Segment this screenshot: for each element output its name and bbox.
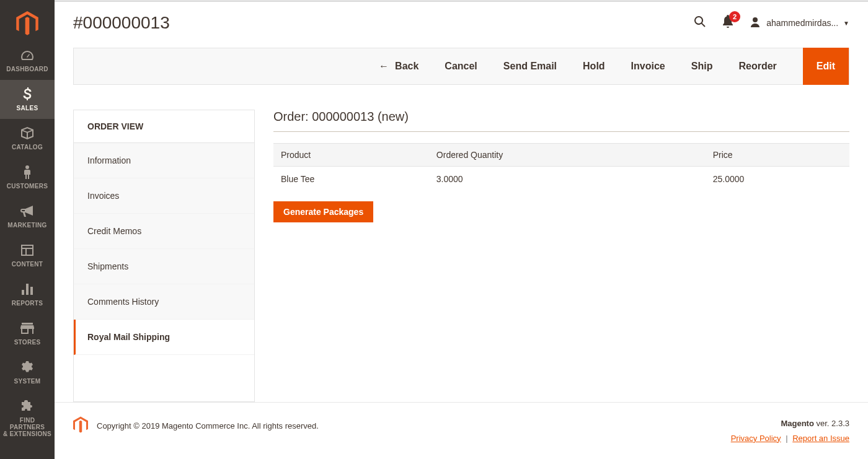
bars-icon [20, 282, 35, 296]
cell-price: 25.0000 [706, 167, 849, 192]
person-icon [20, 165, 35, 179]
edit-button[interactable]: Edit [803, 48, 849, 85]
search-icon[interactable] [693, 15, 707, 31]
page-title: #000000013 [73, 13, 170, 33]
arrow-left-icon: ← [379, 61, 389, 72]
nav-label: CUSTOMERS [7, 183, 48, 190]
invoice-button[interactable]: Invoice [631, 61, 665, 72]
nav-label: FIND PARTNERS & EXTENSIONS [2, 417, 52, 437]
nav-label: SYSTEM [14, 378, 41, 385]
nav-catalog[interactable]: CATALOG [0, 119, 55, 158]
privacy-link[interactable]: Privacy Policy [731, 434, 781, 443]
magento-logo-small [73, 416, 88, 435]
caret-down-icon: ▼ [843, 20, 849, 27]
nav-label: CATALOG [12, 144, 43, 151]
order-body: Order: 000000013 (new) Product Ordered Q… [273, 110, 849, 402]
storefront-icon [20, 321, 35, 335]
cancel-button[interactable]: Cancel [445, 61, 477, 72]
nav-partners[interactable]: FIND PARTNERS & EXTENSIONS [0, 392, 55, 445]
ship-button[interactable]: Ship [691, 61, 713, 72]
nav-marketing[interactable]: MARKETING [0, 197, 55, 236]
tab-credit-memos[interactable]: Credit Memos [74, 214, 254, 249]
cell-qty: 3.0000 [429, 167, 706, 192]
action-bar: ← Back Cancel Send Email Hold Invoice Sh… [73, 48, 849, 85]
username: ahammedmirdas... [766, 18, 838, 28]
nav-label: DASHBOARD [6, 66, 48, 72]
nav-label: REPORTS [12, 300, 43, 307]
avatar-icon [749, 16, 761, 30]
nav-content[interactable]: CONTENT [0, 236, 55, 275]
gear-icon [20, 361, 35, 374]
tab-comments-history[interactable]: Comments History [74, 284, 254, 320]
col-qty: Ordered Quantity [429, 144, 706, 167]
table-row: Blue Tee 3.0000 25.0000 [273, 167, 849, 192]
magento-logo [15, 11, 40, 36]
nav-dashboard[interactable]: DASHBOARD [0, 41, 55, 80]
tab-shipments[interactable]: Shipments [74, 249, 254, 284]
nav-reports[interactable]: REPORTS [0, 275, 55, 314]
nav-label: STORES [14, 339, 41, 346]
layout-icon [20, 243, 35, 257]
nav-label: MARKETING [7, 222, 46, 229]
order-items-table: Product Ordered Quantity Price Blue Tee … [273, 143, 849, 191]
nav-label: CONTENT [12, 261, 43, 268]
notification-badge: 2 [729, 11, 740, 22]
footer-brand: Magento [781, 419, 813, 428]
footer-separator: | [786, 434, 787, 443]
tab-invoices[interactable]: Invoices [74, 178, 254, 214]
dollar-icon [20, 87, 35, 101]
puzzle-icon [20, 400, 35, 413]
reorder-button[interactable]: Reorder [738, 61, 776, 72]
footer: Copyright © 2019 Magento Commerce Inc. A… [55, 402, 868, 459]
content: ORDER VIEW Information Invoices Credit M… [55, 85, 868, 402]
tab-information[interactable]: Information [74, 143, 254, 178]
report-issue-link[interactable]: Report an Issue [792, 434, 849, 443]
col-price: Price [706, 144, 849, 167]
nav-sales[interactable]: SALES [0, 80, 55, 119]
hold-button[interactable]: Hold [583, 61, 605, 72]
order-title: Order: 000000013 (new) [273, 110, 849, 132]
nav-customers[interactable]: CUSTOMERS [0, 158, 55, 197]
gauge-icon [20, 48, 35, 62]
nav-system[interactable]: SYSTEM [0, 353, 55, 392]
generate-packages-button[interactable]: Generate Packages [273, 201, 373, 222]
order-view-panel: ORDER VIEW Information Invoices Credit M… [73, 110, 255, 402]
col-product: Product [273, 144, 429, 167]
megaphone-icon [20, 204, 35, 218]
nav-label: SALES [17, 105, 38, 111]
account-menu[interactable]: ahammedmirdas... ▼ [749, 16, 849, 30]
send-email-button[interactable]: Send Email [503, 61, 557, 72]
box-icon [20, 126, 35, 140]
footer-ver-prefix: ver. [814, 419, 831, 428]
back-button[interactable]: ← Back [379, 61, 418, 72]
tab-royal-mail-shipping[interactable]: Royal Mail Shipping [74, 320, 254, 355]
page-header: #000000013 2 ahammedmirdas... ▼ [55, 2, 868, 48]
copyright-text: Copyright © 2019 Magento Commerce Inc. A… [97, 421, 319, 431]
footer-version: 2.3.3 [831, 419, 849, 428]
notifications-icon[interactable]: 2 [722, 15, 734, 31]
nav-stores[interactable]: STORES [0, 314, 55, 353]
back-label: Back [395, 61, 418, 72]
admin-sidebar: DASHBOARD SALES CATALOG CUSTOMERS MARKET… [0, 0, 55, 459]
order-view-heading: ORDER VIEW [74, 110, 254, 143]
main-area: #000000013 2 ahammedmirdas... ▼ ← Back C… [55, 0, 868, 459]
cell-product: Blue Tee [273, 167, 429, 192]
